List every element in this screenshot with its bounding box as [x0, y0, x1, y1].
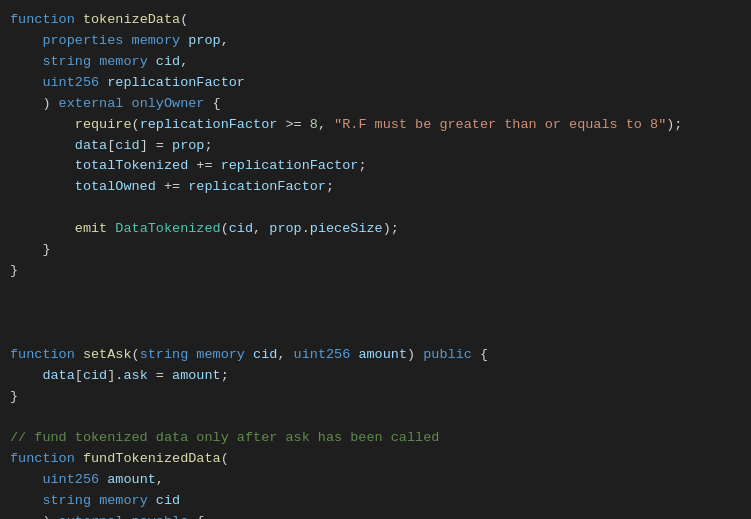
code-token: external	[59, 512, 124, 519]
code-line	[0, 198, 751, 219]
code-token: }	[10, 261, 18, 282]
code-token: (	[132, 345, 140, 366]
code-token	[99, 470, 107, 491]
code-token: memory	[99, 52, 148, 73]
code-token: amount	[107, 470, 156, 491]
code-token: cid	[115, 136, 139, 157]
code-line: uint256 replicationFactor	[0, 73, 751, 94]
code-token: (	[221, 449, 229, 470]
code-token	[75, 10, 83, 31]
code-token: amount	[172, 366, 221, 387]
code-token: DataTokenized	[115, 219, 220, 240]
code-line: require(replicationFactor >= 8, "R.F mus…	[0, 115, 751, 136]
code-line	[0, 324, 751, 345]
code-token	[10, 491, 42, 512]
code-line: totalOwned += replicationFactor;	[0, 177, 751, 198]
code-token: string	[42, 491, 91, 512]
code-token: memory	[99, 491, 148, 512]
code-token: function	[10, 10, 75, 31]
code-line: data[cid].ask = amount;	[0, 366, 751, 387]
code-token	[10, 470, 42, 491]
code-token: ask	[123, 366, 147, 387]
code-token: emit	[75, 219, 107, 240]
code-token: +=	[156, 177, 188, 198]
code-line: function fundTokenizedData(	[0, 449, 751, 470]
code-token	[75, 449, 83, 470]
code-token: );	[666, 115, 682, 136]
code-token: {	[188, 512, 204, 519]
code-token: (	[132, 115, 140, 136]
code-token	[123, 512, 131, 519]
code-token: ,	[253, 219, 269, 240]
code-token: cid	[229, 219, 253, 240]
code-token: setAsk	[83, 345, 132, 366]
code-token: data	[42, 366, 74, 387]
code-token	[75, 345, 83, 366]
code-token: replicationFactor	[107, 73, 245, 94]
code-token: {	[204, 94, 220, 115]
code-line: }	[0, 387, 751, 408]
code-token: prop	[188, 31, 220, 52]
code-token	[10, 52, 42, 73]
code-token: cid	[156, 52, 180, 73]
code-token: memory	[132, 31, 181, 52]
code-token: amount	[358, 345, 407, 366]
code-token	[10, 73, 42, 94]
code-token: prop	[172, 136, 204, 157]
code-token: )	[10, 94, 59, 115]
code-token: ,	[318, 115, 334, 136]
code-token: >=	[277, 115, 309, 136]
code-token: prop	[269, 219, 301, 240]
code-line	[0, 303, 751, 324]
code-token: // fund tokenized data only after ask ha…	[10, 428, 439, 449]
code-token: ;	[326, 177, 334, 198]
code-line: data[cid] = prop;	[0, 136, 751, 157]
code-token: )	[10, 512, 59, 519]
code-token	[10, 115, 75, 136]
code-token	[10, 156, 75, 177]
code-token	[188, 345, 196, 366]
code-token: +=	[188, 156, 220, 177]
code-token: .	[302, 219, 310, 240]
code-token: cid	[253, 345, 277, 366]
code-token: ] =	[140, 136, 172, 157]
code-token: memory	[196, 345, 245, 366]
code-token: 8	[310, 115, 318, 136]
code-token: onlyOwner	[132, 94, 205, 115]
code-lines: function tokenizeData( properties memory…	[0, 10, 751, 519]
code-token: totalOwned	[75, 177, 156, 198]
code-line: function setAsk(string memory cid, uint2…	[0, 345, 751, 366]
code-line: string memory cid,	[0, 52, 751, 73]
code-token	[91, 52, 99, 73]
code-token: ;	[221, 366, 229, 387]
code-token	[123, 94, 131, 115]
code-token: }	[10, 240, 51, 261]
code-token: (	[221, 219, 229, 240]
code-token: uint256	[42, 470, 99, 491]
code-token: payable	[132, 512, 189, 519]
code-token: function	[10, 345, 75, 366]
code-token: ;	[358, 156, 366, 177]
code-token: "R.F must be greater than or equals to 8…	[334, 115, 666, 136]
code-token	[10, 177, 75, 198]
code-token: external	[59, 94, 124, 115]
code-token	[123, 31, 131, 52]
code-token: tokenizeData	[83, 10, 180, 31]
code-token: [	[107, 136, 115, 157]
code-token: cid	[83, 366, 107, 387]
code-token: string	[140, 345, 189, 366]
code-token	[10, 31, 42, 52]
code-token: require	[75, 115, 132, 136]
code-token: pieceSize	[310, 219, 383, 240]
code-line	[0, 408, 751, 429]
code-token	[180, 31, 188, 52]
code-token: =	[148, 366, 172, 387]
code-token: replicationFactor	[221, 156, 359, 177]
code-token: cid	[156, 491, 180, 512]
code-token	[10, 219, 75, 240]
code-line: properties memory prop,	[0, 31, 751, 52]
code-token: (	[180, 10, 188, 31]
code-token	[148, 491, 156, 512]
code-token: ,	[277, 345, 293, 366]
code-line: emit DataTokenized(cid, prop.pieceSize);	[0, 219, 751, 240]
